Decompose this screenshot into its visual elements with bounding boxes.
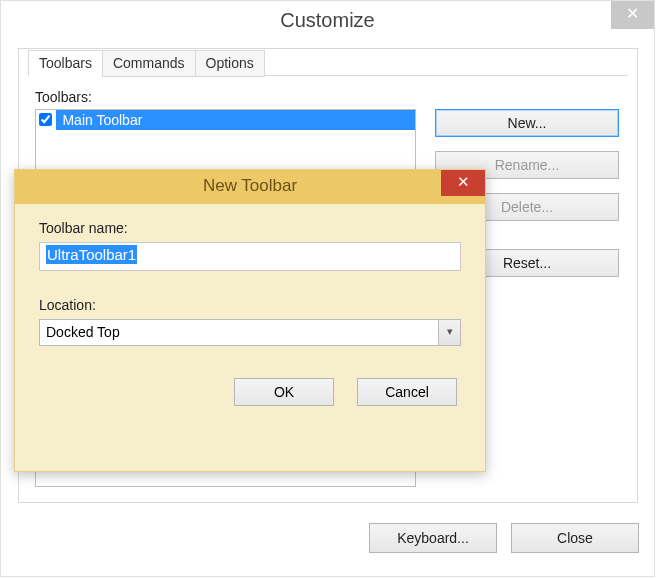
tab-options[interactable]: Options [195, 50, 265, 77]
location-value: Docked Top [46, 324, 120, 340]
dialog-titlebar: New Toolbar ✕ [15, 170, 485, 204]
new-button[interactable]: New... [435, 109, 619, 137]
toolbar-name-input[interactable]: UltraToolbar1 [39, 242, 461, 271]
toolbar-name-label: Toolbar name: [39, 220, 461, 236]
list-item-checkbox-cell [36, 110, 56, 130]
tab-toolbars[interactable]: Toolbars [28, 50, 103, 77]
list-item-checkbox[interactable] [39, 113, 52, 126]
close-icon[interactable]: ✕ [611, 1, 654, 29]
tab-strip: Toolbars Commands Options [28, 49, 264, 76]
new-toolbar-dialog: New Toolbar ✕ Toolbar name: UltraToolbar… [14, 169, 486, 472]
chevron-down-icon[interactable]: ▾ [438, 320, 460, 345]
close-button[interactable]: Close [511, 523, 639, 553]
keyboard-button[interactable]: Keyboard... [369, 523, 497, 553]
tab-commands[interactable]: Commands [102, 50, 196, 77]
dialog-body: Toolbar name: UltraToolbar1 Location: Do… [39, 220, 461, 455]
location-label: Location: [39, 297, 461, 313]
list-item[interactable]: Main Toolbar [36, 110, 415, 130]
dialog-title: New Toolbar [15, 176, 485, 196]
toolbar-name-value: UltraToolbar1 [46, 245, 137, 264]
location-select[interactable]: Docked Top ▾ [39, 319, 461, 346]
window-title: Customize [1, 9, 654, 32]
cancel-button[interactable]: Cancel [357, 378, 457, 406]
ok-button[interactable]: OK [234, 378, 334, 406]
dialog-close-icon[interactable]: ✕ [441, 170, 485, 196]
list-item-label: Main Toolbar [60, 110, 142, 130]
titlebar: Customize ✕ [1, 1, 654, 41]
toolbars-label: Toolbars: [35, 89, 92, 105]
